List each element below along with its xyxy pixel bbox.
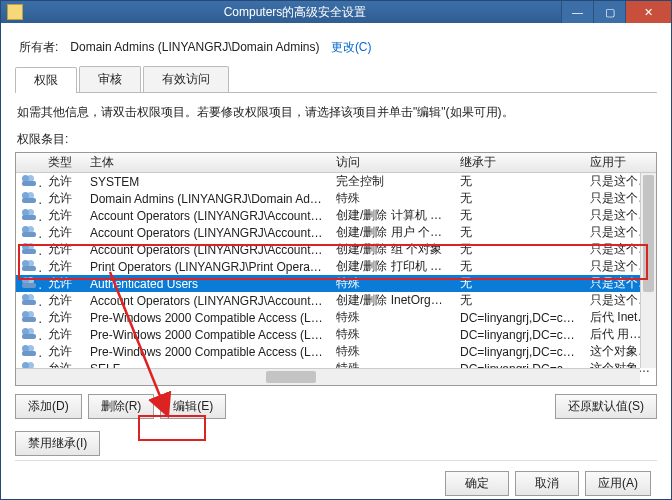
owner-row: 所有者: Domain Admins (LINYANGRJ\Domain Adm… [15,33,657,66]
cell-inherit: 无 [454,258,584,275]
cell-type: 允许 [42,258,84,275]
table-row[interactable]: 允许Pre-Windows 2000 Compatible Access (LI… [16,326,656,343]
hscroll-thumb[interactable] [266,371,316,383]
close-button[interactable]: ✕ [625,1,671,23]
restore-defaults-button[interactable]: 还原默认值(S) [555,394,657,419]
cell-access: 特殊 [330,275,454,292]
col-inherit[interactable]: 继承于 [454,154,584,171]
maximize-button[interactable]: ▢ [593,1,625,23]
cell-type: 允许 [42,173,84,190]
cell-inherit: 无 [454,207,584,224]
cell-access: 创建/删除 用户 个对象 [330,224,454,241]
folder-icon [7,4,23,20]
col-principal[interactable]: 主体 [84,154,330,171]
cell-inherit: 无 [454,275,584,292]
cell-access: 特殊 [330,326,454,343]
users-icon [22,309,38,323]
scroll-thumb[interactable] [643,175,654,292]
cell-principal: Pre-Windows 2000 Compatible Access (LINY… [84,328,330,342]
table-row[interactable]: 允许Account Operators (LINYANGRJ\Account O… [16,241,656,258]
grid-header: 类型 主体 访问 继承于 应用于 [16,153,656,173]
users-icon [22,292,38,306]
col-type[interactable]: 类型 [42,154,84,171]
security-settings-window: Computers的高级安全设置 — ▢ ✕ 所有者: Domain Admin… [0,0,672,500]
cell-type: 允许 [42,224,84,241]
titlebar[interactable]: Computers的高级安全设置 — ▢ ✕ [1,1,671,23]
users-icon [22,275,38,289]
remove-button[interactable]: 删除(R) [88,394,155,419]
cell-type: 允许 [42,326,84,343]
cell-inherit: 无 [454,241,584,258]
owner-label: 所有者: [19,39,67,56]
disable-inheritance-button[interactable]: 禁用继承(I) [15,431,100,456]
horizontal-scrollbar[interactable] [16,368,640,385]
users-icon [22,326,38,340]
cell-principal: Pre-Windows 2000 Compatible Access (LINY… [84,345,330,359]
col-apply[interactable]: 应用于 [584,154,656,171]
cell-access: 特殊 [330,190,454,207]
ok-button[interactable]: 确定 [445,471,509,496]
users-icon [22,343,38,357]
table-row[interactable]: 允许SYSTEM完全控制无只是这个对象 [16,173,656,190]
minimize-button[interactable]: — [561,1,593,23]
table-row[interactable]: 允许Account Operators (LINYANGRJ\Account O… [16,224,656,241]
users-icon [22,224,38,238]
cell-access: 创建/删除 计算机 个对象 [330,207,454,224]
grid-body[interactable]: 允许SYSTEM完全控制无只是这个对象允许Domain Admins (LINY… [16,173,656,385]
cell-principal: Domain Admins (LINYANGRJ\Domain Admins) [84,192,330,206]
owner-value: Domain Admins (LINYANGRJ\Domain Admins) [70,40,319,54]
content-area: 所有者: Domain Admins (LINYANGRJ\Domain Adm… [1,23,671,500]
cell-type: 允许 [42,343,84,360]
tab-auditing[interactable]: 审核 [79,66,141,92]
cell-type: 允许 [42,275,84,292]
cell-access: 创建/删除 InetOrgPerson... [330,292,454,309]
window-title: Computers的高级安全设置 [29,4,561,21]
users-icon [22,190,38,204]
cell-inherit: 无 [454,292,584,309]
tab-strip: 权限 审核 有效访问 [15,66,657,93]
inherit-row: 禁用继承(I) [15,423,657,460]
cell-principal: Account Operators (LINYANGRJ\Account Ope… [84,243,330,257]
cell-principal: Authenticated Users [84,277,330,291]
users-icon [22,258,38,272]
add-button[interactable]: 添加(D) [15,394,82,419]
cell-access: 特殊 [330,309,454,326]
cell-principal: Pre-Windows 2000 Compatible Access (LINY… [84,311,330,325]
cell-inherit: 无 [454,173,584,190]
users-icon [22,241,38,255]
cell-inherit: DC=linyangrj,DC=com [454,311,584,325]
table-row[interactable]: 允许Print Operators (LINYANGRJ\Print Opera… [16,258,656,275]
cell-access: 完全控制 [330,173,454,190]
cell-type: 允许 [42,309,84,326]
table-row[interactable]: 允许Pre-Windows 2000 Compatible Access (LI… [16,309,656,326]
grid-button-row: 添加(D) 删除(R) 编辑(E) 还原默认值(S) [15,386,657,423]
cell-principal: Account Operators (LINYANGRJ\Account Ope… [84,209,330,223]
cell-principal: SYSTEM [84,175,330,189]
tab-effective-access[interactable]: 有效访问 [143,66,229,92]
table-row[interactable]: 允许Account Operators (LINYANGRJ\Account O… [16,292,656,309]
cell-principal: Account Operators (LINYANGRJ\Account Ope… [84,226,330,240]
dialog-button-row: 确定 取消 应用(A) [15,460,657,500]
tab-permissions[interactable]: 权限 [15,67,77,93]
apply-button[interactable]: 应用(A) [585,471,651,496]
cell-inherit: DC=linyangrj,DC=com [454,328,584,342]
cell-type: 允许 [42,190,84,207]
grid-title: 权限条目: [15,127,657,152]
users-icon [22,207,38,221]
cell-inherit: 无 [454,190,584,207]
change-owner-link[interactable]: 更改(C) [331,40,372,54]
cell-type: 允许 [42,207,84,224]
permissions-grid: 类型 主体 访问 继承于 应用于 允许SYSTEM完全控制无只是这个对象允许Do… [15,152,657,386]
table-row[interactable]: 允许Domain Admins (LINYANGRJ\Domain Admins… [16,190,656,207]
cancel-button[interactable]: 取消 [515,471,579,496]
instruction-text: 如需其他信息，请双击权限项目。若要修改权限项目，请选择该项目并单击"编辑"(如果… [15,93,657,127]
cell-access: 特殊 [330,343,454,360]
edit-button[interactable]: 编辑(E) [160,394,226,419]
table-row[interactable]: 允许Authenticated Users特殊无只是这个对象 [16,275,656,292]
table-row[interactable]: 允许Pre-Windows 2000 Compatible Access (LI… [16,343,656,360]
table-row[interactable]: 允许Account Operators (LINYANGRJ\Account O… [16,207,656,224]
cell-inherit: 无 [454,224,584,241]
cell-principal: Print Operators (LINYANGRJ\Print Operato… [84,260,330,274]
vertical-scrollbar[interactable] [640,173,656,368]
col-access[interactable]: 访问 [330,154,454,171]
